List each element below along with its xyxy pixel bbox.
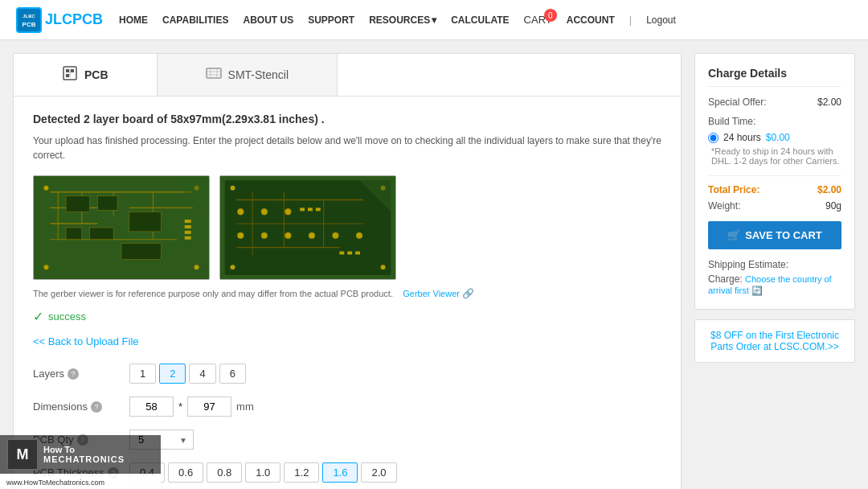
thickness-12-btn[interactable]: 1.2 <box>284 462 319 483</box>
svg-rect-56 <box>308 208 313 211</box>
nav-capabilities[interactable]: CAPABILITIES <box>162 11 228 29</box>
thickness-20-btn[interactable]: 2.0 <box>361 462 396 483</box>
svg-point-53 <box>333 232 339 239</box>
qty-select[interactable]: 5 10 15 20 25 30 50 75 100 <box>129 429 194 450</box>
tab-pcb[interactable]: PCB <box>14 54 158 96</box>
nav-account[interactable]: ACCOUNT <box>567 14 615 26</box>
link-icon: 🔗 <box>462 288 474 299</box>
nav-divider: | <box>629 14 632 26</box>
tab-smt[interactable]: SMT-Stencil <box>158 54 338 96</box>
thickness-label: PCB Thickness ? <box>33 466 129 479</box>
nav-calculate[interactable]: CALCULATE <box>451 14 509 26</box>
svg-point-52 <box>309 232 315 239</box>
weight-row: Weight: 90g <box>708 200 841 212</box>
dimensions-inputs: * mm <box>129 397 254 417</box>
svg-rect-58 <box>339 252 344 255</box>
special-offer-label: Special Offer: <box>708 97 766 108</box>
logo-text: JLCPCB <box>45 11 103 28</box>
promo-text[interactable]: $8 OFF on the First Electronic Parts Ord… <box>705 330 845 352</box>
tabs: PCB SMT-Stencil <box>14 54 681 97</box>
sidebar: Charge Details Special Offer: $2.00 Buil… <box>694 53 855 489</box>
qty-label: PCB Qty ? <box>33 434 129 446</box>
special-offer-value: $2.00 <box>817 97 841 108</box>
thickness-08-btn[interactable]: 0.8 <box>207 462 242 483</box>
layers-help-icon[interactable]: ? <box>68 368 79 380</box>
logo-icon: JLBC PCB <box>16 7 42 33</box>
check-icon: ✓ <box>33 309 43 324</box>
layer-4-btn[interactable]: 4 <box>189 364 215 384</box>
refresh-icon: 🔄 <box>751 286 763 295</box>
content-body: Detected 2 layer board of 58x97mm(2.29x3… <box>14 97 681 489</box>
svg-point-64 <box>381 265 386 269</box>
gerber-viewer-link[interactable]: Gerber Viewer <box>403 289 460 298</box>
svg-rect-39 <box>225 180 391 275</box>
dimensions-help-icon[interactable]: ? <box>91 401 102 413</box>
nav-resources[interactable]: RESOURCES ▾ <box>369 11 436 29</box>
svg-rect-14 <box>39 180 205 275</box>
thickness-10-btn[interactable]: 1.0 <box>245 462 280 483</box>
build-time-radio[interactable] <box>708 133 719 143</box>
dimension-height-input[interactable] <box>187 397 231 417</box>
svg-rect-57 <box>316 208 321 211</box>
cart-button[interactable]: CART 0 <box>524 14 552 26</box>
special-offer-row: Special Offer: $2.00 <box>708 97 841 108</box>
svg-rect-37 <box>185 236 191 240</box>
build-time-option-label: 24 hours <box>723 132 761 143</box>
thickness-04-btn[interactable]: 0.4 <box>129 462 165 483</box>
total-label: Total Price: <box>708 184 760 195</box>
nav-support[interactable]: SUPPORT <box>308 11 354 29</box>
dimension-width-input[interactable] <box>129 397 174 417</box>
build-time-label: Build Time: <box>708 116 841 127</box>
main-container: PCB SMT-Stencil Detected 2 layer board o… <box>0 40 868 489</box>
save-cart-button[interactable]: 🛒 SAVE TO CART <box>708 221 841 249</box>
thickness-06-btn[interactable]: 0.6 <box>168 462 203 483</box>
svg-rect-29 <box>121 244 161 260</box>
svg-point-33 <box>194 265 199 269</box>
success-badge: ✓ success <box>33 309 661 324</box>
detection-desc: Your upload has finished processing. Ent… <box>33 134 661 162</box>
pcb-image-front <box>33 175 210 280</box>
dimensions-row: Dimensions ? * mm <box>33 397 661 417</box>
thickness-16-btn[interactable]: 1.6 <box>322 462 358 483</box>
cart-badge: 0 <box>544 9 557 22</box>
shipping-charge-row: Charge: Choose the country of arrival fi… <box>708 273 841 296</box>
thickness-row: PCB Thickness ? 0.4 0.6 0.8 1.0 1.2 1.6 … <box>33 462 661 483</box>
qty-help-icon[interactable]: ? <box>77 434 88 446</box>
layer-1-btn[interactable]: 1 <box>129 364 156 384</box>
back-to-upload-link[interactable]: << Back to Upload File <box>33 335 661 347</box>
dim-unit: mm <box>236 401 254 413</box>
layer-6-btn[interactable]: 6 <box>219 364 246 384</box>
layers-row: Layers ? 1 2 4 6 <box>33 364 661 384</box>
nav-about[interactable]: ABOUT US <box>243 11 293 29</box>
svg-point-61 <box>231 186 235 191</box>
build-time-price: $0.00 <box>766 132 790 143</box>
svg-point-49 <box>237 232 244 239</box>
success-text: success <box>48 310 86 323</box>
qty-row: PCB Qty ? 5 10 15 20 25 30 50 75 100 <box>33 429 661 450</box>
nav-logout[interactable]: Logout <box>646 14 676 26</box>
charge-title: Charge Details <box>708 67 841 87</box>
build-time-section: Build Time: 24 hours $0.00 *Ready to shi… <box>708 116 841 166</box>
layer-2-btn[interactable]: 2 <box>159 364 186 384</box>
svg-point-30 <box>44 186 49 191</box>
svg-point-32 <box>44 265 49 269</box>
svg-rect-26 <box>129 212 161 232</box>
dimensions-label: Dimensions ? <box>33 401 129 413</box>
promo-card: $8 OFF on the First Electronic Parts Ord… <box>694 319 855 363</box>
thickness-help-icon[interactable]: ? <box>108 467 119 479</box>
save-cart-label: SAVE TO CART <box>745 229 822 241</box>
svg-rect-36 <box>185 231 191 234</box>
svg-rect-28 <box>90 228 114 240</box>
svg-point-63 <box>231 265 235 269</box>
svg-point-54 <box>356 232 362 239</box>
svg-rect-6 <box>66 74 69 77</box>
nav-home[interactable]: HOME <box>119 11 148 29</box>
build-time-option: 24 hours $0.00 <box>708 132 841 143</box>
svg-rect-55 <box>300 208 305 211</box>
qty-select-wrapper: 5 10 15 20 25 30 50 75 100 ▼ <box>129 429 194 450</box>
svg-point-50 <box>261 232 268 239</box>
layers-options: 1 2 4 6 <box>129 364 246 384</box>
logo[interactable]: JLBC PCB JLCPCB <box>16 7 103 33</box>
content-panel: PCB SMT-Stencil Detected 2 layer board o… <box>13 53 682 489</box>
total-section: Total Price: $2.00 Weight: 90g <box>708 175 841 212</box>
